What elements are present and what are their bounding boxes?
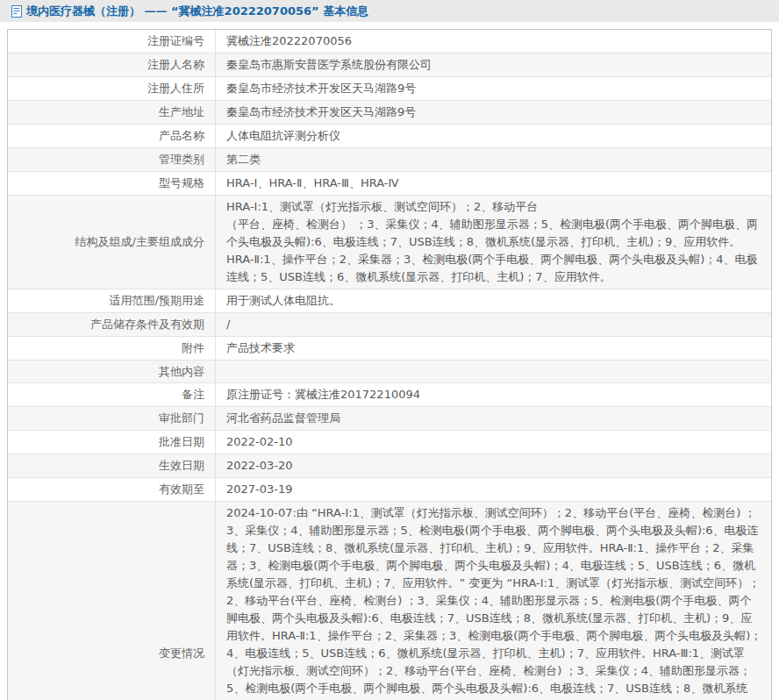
- row-label: 生产地址: [8, 101, 216, 124]
- table-row: 型号规格HRA-Ⅰ、HRA-Ⅱ、HRA-Ⅲ、HRA-Ⅳ: [8, 171, 771, 195]
- table-row: 备注原注册证号：冀械注准20172210094: [8, 382, 771, 406]
- table-row: 附件产品技术要求: [8, 336, 771, 360]
- table-row: 产品储存条件及有效期/: [8, 312, 771, 336]
- row-value: 2022-02-10: [216, 431, 771, 454]
- row-label: 批准日期: [8, 431, 216, 454]
- row-label: 注册证编号: [8, 30, 216, 53]
- table-row: 变更情况2024-10-07:由 “HRA-Ⅰ:1、测试罩（灯光指示板、测试空间…: [8, 501, 771, 700]
- row-value: 秦皇岛市惠斯安普医学系统股份有限公司: [216, 54, 771, 76]
- row-label: 适用范围/预期用途: [8, 289, 216, 312]
- row-label: 变更情况: [8, 502, 216, 700]
- table-row: 批准日期2022-02-10: [8, 430, 771, 454]
- row-label: 其他内容: [8, 361, 216, 382]
- table-row: 其他内容: [8, 360, 771, 382]
- table-row: 管理类别第二类: [8, 147, 771, 171]
- row-value: [216, 361, 771, 382]
- row-value: 冀械注准20222070056: [216, 30, 771, 53]
- row-label: 注册人住所: [8, 77, 216, 100]
- row-value: 2024-10-07:由 “HRA-Ⅰ:1、测试罩（灯光指示板、测试空间环）；2…: [216, 502, 771, 700]
- row-value: /: [216, 313, 771, 336]
- row-value: HRA-Ⅰ:1、测试罩（灯光指示板、测试空间环）；2、移动平台 （平台、座椅、检…: [216, 196, 771, 289]
- row-label: 管理类别: [8, 148, 216, 171]
- row-value: 2022-03-20: [216, 454, 771, 477]
- document-icon: [11, 5, 22, 18]
- table-row: 有效期至2027-03-19: [8, 477, 771, 501]
- row-value: HRA-Ⅰ、HRA-Ⅱ、HRA-Ⅲ、HRA-Ⅳ: [216, 172, 771, 195]
- table-row: 结构及组成/主要组成成分HRA-Ⅰ:1、测试罩（灯光指示板、测试空间环）；2、移…: [8, 195, 771, 289]
- row-value: 河北省药品监督管理局: [216, 407, 771, 430]
- row-label: 审批部门: [8, 407, 216, 430]
- page-title-bar: 境内医疗器械（注册） —— “冀械注准20222070056” 基本信息: [0, 0, 779, 22]
- table-row: 注册人名称秦皇岛市惠斯安普医学系统股份有限公司: [8, 53, 771, 76]
- row-value: 秦皇岛市经济技术开发区天马湖路9号: [216, 101, 771, 124]
- row-label: 产品名称: [8, 125, 216, 147]
- row-value: 人体电阻抗评测分析仪: [216, 125, 771, 147]
- row-value: 原注册证号：冀械注准20172210094: [216, 383, 771, 406]
- info-table: 注册证编号冀械注准20222070056注册人名称秦皇岛市惠斯安普医学系统股份有…: [7, 29, 772, 700]
- row-value: 用于测试人体电阻抗。: [216, 289, 771, 312]
- row-label: 产品储存条件及有效期: [8, 313, 216, 336]
- row-label: 型号规格: [8, 172, 216, 195]
- row-value: 秦皇岛市经济技术开发区天马湖路9号: [216, 77, 771, 100]
- row-value: 2027-03-19: [216, 478, 771, 501]
- row-label: 注册人名称: [8, 54, 216, 76]
- table-row: 生效日期2022-03-20: [8, 454, 771, 477]
- row-label: 结构及组成/主要组成成分: [8, 196, 216, 289]
- table-row: 生产地址秦皇岛市经济技术开发区天马湖路9号: [8, 100, 771, 124]
- row-value: 产品技术要求: [216, 337, 771, 360]
- row-label: 生效日期: [8, 454, 216, 477]
- table-row: 注册人住所秦皇岛市经济技术开发区天马湖路9号: [8, 76, 771, 100]
- table-row: 适用范围/预期用途用于测试人体电阻抗。: [8, 289, 771, 312]
- page-title: 境内医疗器械（注册） —— “冀械注准20222070056” 基本信息: [26, 4, 368, 19]
- row-value: 第二类: [216, 148, 771, 171]
- table-row: 产品名称人体电阻抗评测分析仪: [8, 124, 771, 147]
- row-label: 有效期至: [8, 478, 216, 501]
- row-label: 备注: [8, 383, 216, 406]
- table-row: 注册证编号冀械注准20222070056: [8, 30, 771, 53]
- row-label: 附件: [8, 337, 216, 360]
- table-row: 审批部门河北省药品监督管理局: [8, 406, 771, 430]
